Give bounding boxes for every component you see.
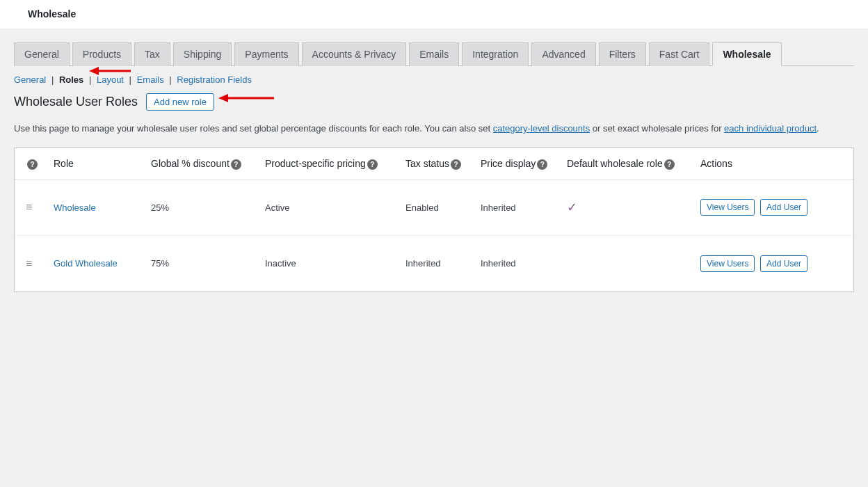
separator: | [169,74,171,85]
col-discount: Global % discount? [151,158,265,170]
check-icon: ✓ [567,200,577,214]
cell-tax: Inherited [405,258,481,269]
help-icon[interactable]: ? [664,159,675,170]
tab-general[interactable]: General [14,42,70,66]
top-title: Wholesale [28,8,76,19]
help-icon[interactable]: ? [451,159,461,170]
link-individual-product[interactable]: each individual product [724,123,817,134]
col-tax: Tax status? [405,158,481,170]
separator: | [51,74,54,85]
main-tabs: General Products Tax Shipping Payments A… [14,42,854,66]
cell-psp: Inactive [265,258,405,269]
drag-handle-icon[interactable]: ≡ [26,201,32,213]
separator: | [129,74,131,85]
cell-default: ✓ [567,200,700,215]
tab-filters[interactable]: Filters [599,42,646,66]
help-icon[interactable]: ? [367,159,378,170]
col-price-display: Price display? [481,158,567,170]
svg-marker-3 [218,94,228,102]
col-psp: Product-specific pricing? [265,158,405,170]
separator: | [89,74,91,85]
col-handle: ? [26,158,54,170]
tab-wholesale[interactable]: Wholesale [712,42,781,66]
cell-price-display: Inherited [481,202,567,213]
tab-shipping[interactable]: Shipping [173,42,232,66]
cell-price-display: Inherited [481,258,567,269]
table-row: ≡ Gold Wholesale 75% Inactive Inherited … [15,236,853,292]
view-users-button[interactable]: View Users [700,255,755,272]
view-users-button[interactable]: View Users [700,199,755,216]
add-new-role-button[interactable]: Add new role [146,93,214,111]
tab-tax[interactable]: Tax [134,42,170,66]
role-link[interactable]: Wholesale [54,202,96,213]
col-actions: Actions [700,158,842,169]
content-area: General Products Tax Shipping Payments A… [0,29,868,306]
drag-handle-icon[interactable]: ≡ [26,257,32,269]
tab-products[interactable]: Products [72,42,131,66]
col-role: Role [54,158,151,169]
cell-discount: 25% [151,202,265,213]
helper-part1: Use this page to manage your wholesale u… [14,123,493,134]
subnav-layout[interactable]: Layout [97,74,124,85]
table-row: ≡ Wholesale 25% Active Enabled Inherited… [15,180,853,236]
tab-accounts-privacy[interactable]: Accounts & Privacy [302,42,407,66]
tab-payments[interactable]: Payments [234,42,298,66]
tab-emails[interactable]: Emails [409,42,459,66]
help-icon[interactable]: ? [231,159,241,170]
cell-actions: View Users Add User [700,199,842,216]
cell-discount: 75% [151,258,265,269]
subnav-emails[interactable]: Emails [137,74,164,85]
add-user-button[interactable]: Add User [760,255,807,272]
help-icon[interactable]: ? [27,159,38,170]
roles-table: ? Role Global % discount? Product-specif… [14,147,854,292]
annotation-arrow-icon [218,93,274,103]
page-title: Wholesale User Roles [14,95,138,109]
add-user-button[interactable]: Add User [760,199,807,216]
table-header: ? Role Global % discount? Product-specif… [15,148,853,180]
tab-fast-cart[interactable]: Fast Cart [649,42,710,66]
helper-part3: . [817,123,819,134]
help-icon[interactable]: ? [537,159,547,170]
col-default: Default wholesale role? [567,158,700,170]
sub-navigation: General | Roles | Layout | Emails | Regi… [14,66,854,93]
role-link[interactable]: Gold Wholesale [54,258,118,269]
subnav-general[interactable]: General [14,74,46,85]
subnav-roles[interactable]: Roles [59,74,83,85]
page-header-row: Wholesale User Roles Add new role [14,93,854,111]
subnav-registration-fields[interactable]: Registration Fields [177,74,252,85]
tab-integration[interactable]: Integration [462,42,529,66]
cell-tax: Enabled [405,202,481,213]
tab-advanced[interactable]: Advanced [531,42,595,66]
cell-psp: Active [265,202,405,213]
cell-actions: View Users Add User [700,255,842,272]
helper-part2: or set exact wholesale prices for [590,123,724,134]
helper-text: Use this page to manage your wholesale u… [14,122,854,136]
top-bar: Wholesale [0,0,868,29]
link-category-discounts[interactable]: category-level discounts [493,123,590,134]
